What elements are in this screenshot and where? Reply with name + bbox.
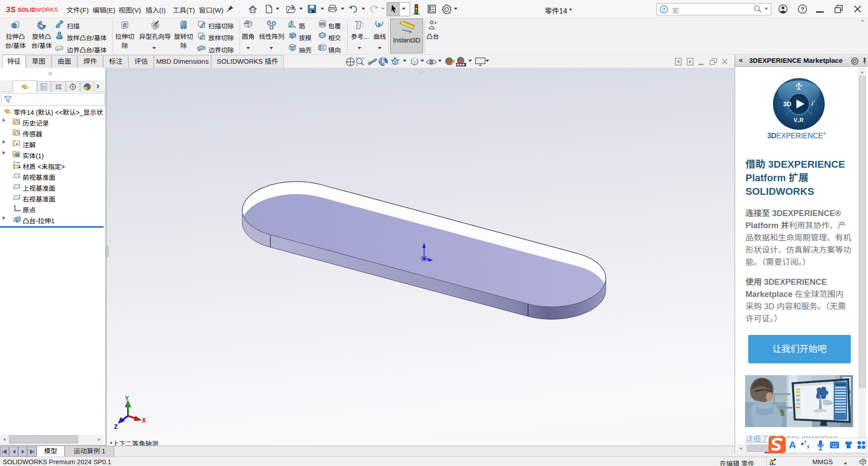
svg-text:X: X — [142, 417, 146, 424]
svg-text:?: ? — [662, 7, 665, 12]
svg-text:3: 3 — [6, 5, 10, 14]
svg-text:A: A — [15, 142, 19, 146]
svg-text:SOLIDWORKS: SOLIDWORKS — [18, 6, 58, 13]
svg-text:?: ? — [801, 6, 804, 13]
svg-text:S: S — [10, 5, 16, 14]
svg-text:3D: 3D — [783, 100, 791, 108]
svg-text:!: ! — [771, 459, 772, 462]
svg-text:Z: Z — [114, 424, 118, 431]
svg-text:i: i — [811, 100, 813, 107]
svg-text:Y: Y — [125, 395, 129, 402]
